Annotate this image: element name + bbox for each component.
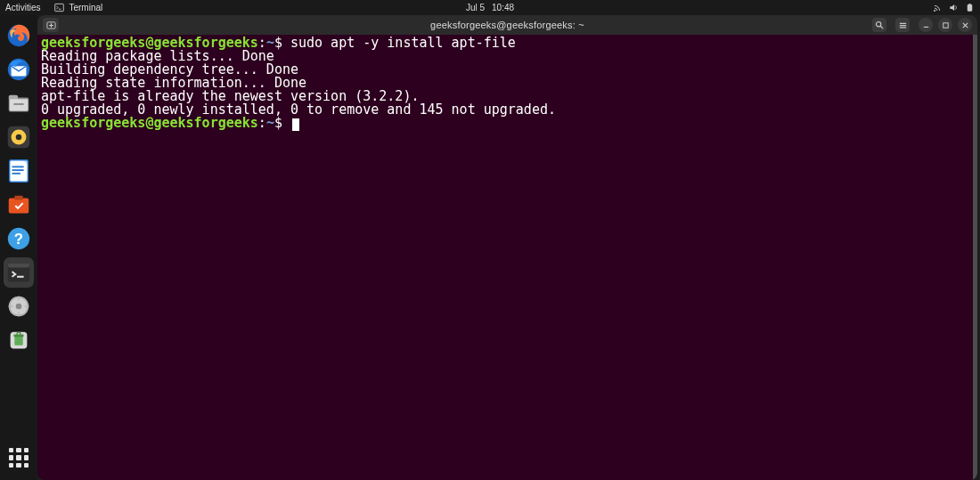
prompt-user-2: geeksforgeeks@geeksforgeeks: [41, 115, 258, 131]
svg-rect-32: [49, 24, 53, 25]
prompt-colon-2: :: [258, 115, 266, 131]
prompt-symbol-2: $: [274, 115, 290, 131]
dock-rhythmbox[interactable]: [4, 122, 34, 152]
svg-rect-2: [968, 4, 973, 12]
svg-rect-18: [9, 199, 29, 214]
libreoffice-writer-icon: [5, 158, 32, 184]
terminal-small-icon: [54, 3, 64, 12]
thunderbird-icon: [5, 56, 32, 83]
prompt-cwd-2: ~: [266, 115, 274, 131]
svg-point-33: [877, 22, 881, 27]
svg-rect-29: [13, 334, 23, 337]
hamburger-icon: [898, 20, 908, 30]
svg-text:?: ?: [14, 231, 23, 248]
dock-terminal[interactable]: [4, 257, 34, 288]
trash-icon: [5, 327, 32, 354]
svg-rect-9: [13, 103, 23, 105]
dock-thunderbird[interactable]: [4, 54, 34, 85]
svg-rect-39: [943, 22, 947, 27]
svg-rect-0: [55, 4, 64, 11]
app-indicator[interactable]: Terminal: [54, 3, 102, 12]
dock-help[interactable]: ?: [4, 224, 34, 254]
power-icon[interactable]: [965, 3, 975, 12]
svg-point-1: [934, 10, 935, 12]
search-icon: [875, 20, 884, 29]
help-icon: ?: [5, 225, 32, 252]
maximize-button[interactable]: [938, 18, 952, 32]
close-button[interactable]: [958, 18, 972, 32]
svg-rect-28: [14, 336, 22, 345]
svg-rect-23: [8, 264, 29, 268]
prompt-symbol: $: [274, 35, 290, 51]
svg-point-26: [16, 304, 22, 310]
dock-libreoffice-writer[interactable]: [4, 156, 34, 186]
firefox-icon: [5, 22, 32, 49]
time-label: 10:48: [492, 3, 514, 12]
new-tab-plus-icon: [46, 20, 56, 30]
clock[interactable]: Jul 5 10:48: [466, 3, 514, 12]
maximize-icon: [942, 21, 950, 29]
svg-rect-16: [12, 173, 20, 175]
svg-rect-35: [899, 22, 905, 23]
svg-rect-15: [12, 169, 24, 171]
activities-button[interactable]: Activities: [5, 3, 40, 12]
terminal-body[interactable]: geeksforgeeks@geeksforgeeks:~$ sudo apt …: [37, 35, 977, 480]
dock-files[interactable]: [4, 88, 34, 118]
svg-point-12: [16, 134, 22, 141]
svg-line-34: [880, 26, 883, 28]
minimize-icon: [922, 21, 930, 29]
app-indicator-label: Terminal: [69, 3, 102, 12]
dock-firefox[interactable]: [4, 20, 34, 51]
svg-rect-14: [12, 166, 24, 167]
dock-trash[interactable]: [4, 325, 34, 355]
svg-rect-37: [899, 27, 905, 28]
minimize-button[interactable]: [919, 18, 933, 32]
dock-disk[interactable]: [4, 291, 34, 321]
terminal-search-button[interactable]: [872, 18, 886, 32]
top-menu-bar: Activities Terminal Jul 5 10:48: [0, 0, 980, 15]
svg-rect-19: [14, 196, 22, 200]
dock-ubuntu-software[interactable]: [4, 190, 34, 220]
network-icon[interactable]: [933, 3, 943, 12]
volume-icon[interactable]: [949, 3, 959, 12]
files-icon: [5, 90, 32, 117]
terminal-header-bar: geeksforgeeks@geeksforgeeks: ~: [37, 15, 977, 35]
disk-icon: [5, 293, 32, 320]
dock: ?: [0, 15, 37, 480]
terminal-title: geeksforgeeks@geeksforgeeks: ~: [430, 20, 584, 30]
svg-rect-38: [923, 26, 927, 27]
show-applications-button[interactable]: [4, 443, 34, 473]
date-label: Jul 5: [466, 3, 485, 12]
terminal-icon: [5, 259, 32, 286]
apps-grid-icon: [9, 448, 29, 468]
svg-rect-3: [968, 4, 970, 4]
terminal-window: geeksforgeeks@geeksforgeeks: ~ geeksforg…: [37, 15, 977, 480]
cursor: [292, 118, 299, 131]
rhythmbox-icon: [5, 124, 32, 151]
new-tab-button[interactable]: [43, 18, 59, 32]
ubuntu-software-icon: [5, 191, 32, 218]
command-1: sudo apt -y install apt-file: [290, 35, 516, 51]
terminal-menu-button[interactable]: [895, 18, 910, 32]
svg-rect-36: [899, 25, 905, 26]
close-icon: [961, 21, 969, 29]
